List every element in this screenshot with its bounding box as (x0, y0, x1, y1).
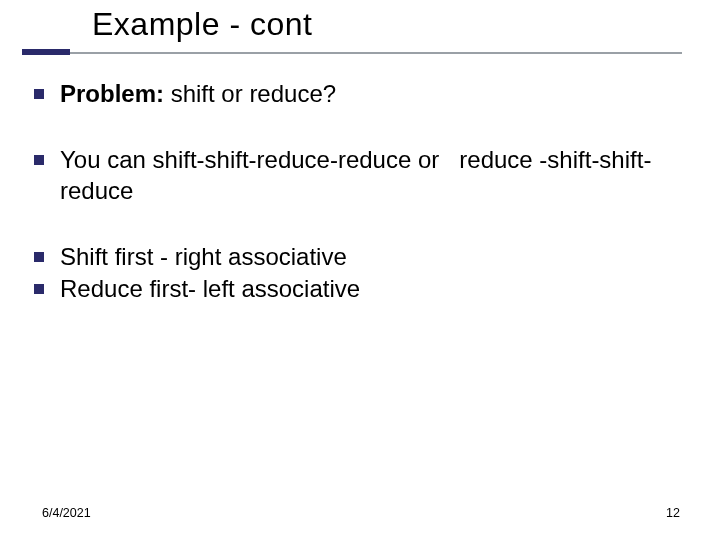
footer-date: 6/4/2021 (42, 506, 91, 520)
bullet-rest: shift or reduce? (164, 80, 336, 107)
bullet-text: Shift first - right associative (60, 241, 690, 273)
slide: Example - cont Problem: shift or reduce?… (0, 0, 720, 540)
title-area: Example - cont (0, 6, 720, 55)
bullet-text: Problem: shift or reduce? (60, 78, 690, 110)
bullet-text: You can shift-shift-reduce-reduce or red… (60, 144, 690, 207)
bullet-item: Reduce first- left associative (34, 273, 690, 305)
square-bullet-icon (34, 252, 44, 262)
body-content: Problem: shift or reduce? You can shift-… (34, 78, 690, 338)
slide-title: Example - cont (92, 6, 720, 43)
bullet-item: Shift first - right associative (34, 241, 690, 273)
underline-navy (22, 49, 70, 55)
square-bullet-icon (34, 155, 44, 165)
bullet-item: You can shift-shift-reduce-reduce or red… (34, 144, 690, 207)
bullet-item: Problem: shift or reduce? (34, 78, 690, 110)
bullet-strong: Problem: (60, 80, 164, 107)
bullet-text: Reduce first- left associative (60, 273, 690, 305)
footer-page-number: 12 (666, 506, 680, 520)
underline-gray (22, 52, 682, 54)
square-bullet-icon (34, 89, 44, 99)
title-underline (0, 49, 720, 55)
square-bullet-icon (34, 284, 44, 294)
